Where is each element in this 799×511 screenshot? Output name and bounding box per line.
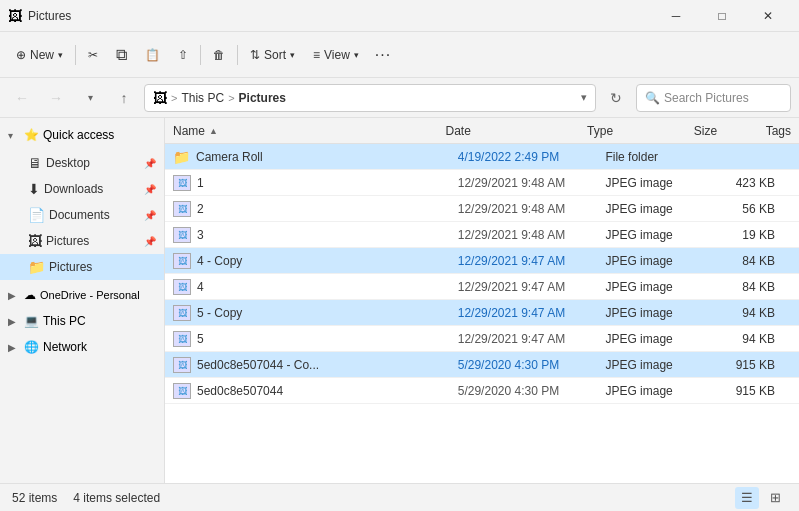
breadcrumb-expand-icon[interactable]: ▾	[581, 91, 587, 104]
network-icon: 🌐	[24, 340, 39, 354]
view-label: View	[324, 48, 350, 62]
file-name: 📁 Camera Roll	[165, 149, 450, 165]
file-list[interactable]: Name ▲ Date Type Size Tags 📁 Camera Roll…	[165, 118, 799, 483]
up-button[interactable]: ↑	[110, 84, 138, 112]
sidebar-item-downloads[interactable]: ⬇ Downloads 📌	[0, 176, 164, 202]
forward-button[interactable]: →	[42, 84, 70, 112]
image-icon: 🖼	[173, 357, 191, 373]
copy-icon: ⧉	[116, 46, 127, 64]
separator-1	[75, 45, 76, 65]
recent-locations-button[interactable]: ▾	[76, 84, 104, 112]
file-date: 12/29/2021 9:48 AM	[450, 176, 598, 190]
window-controls: ─ □ ✕	[653, 0, 791, 32]
sidebar-onedrive[interactable]: ▶ ☁ OneDrive - Personal	[0, 282, 164, 308]
sidebar-item-documents[interactable]: 📄 Documents 📌	[0, 202, 164, 228]
table-row[interactable]: 🖼 3 12/29/2021 9:48 AM JPEG image 19 KB	[165, 222, 799, 248]
sidebar-network[interactable]: ▶ 🌐 Network	[0, 334, 164, 360]
breadcrumb-this-pc[interactable]: This PC	[181, 91, 224, 105]
sidebar-documents-label: Documents	[49, 208, 140, 222]
this-pc-label: This PC	[43, 314, 86, 328]
file-type: JPEG image	[597, 358, 708, 372]
minimize-button[interactable]: ─	[653, 0, 699, 32]
name-sort-icon: ▲	[209, 126, 218, 136]
table-row[interactable]: 🖼 2 12/29/2021 9:48 AM JPEG image 56 KB	[165, 196, 799, 222]
back-button[interactable]: ←	[8, 84, 36, 112]
sidebar-pictures2-label: Pictures	[49, 260, 156, 274]
quick-access-expand-icon: ▾	[8, 130, 20, 141]
file-type: JPEG image	[597, 254, 708, 268]
table-row[interactable]: 🖼 5ed0c8e507044 - Co... 5/29/2020 4:30 P…	[165, 352, 799, 378]
share-button[interactable]: ⇧	[170, 38, 196, 72]
more-button[interactable]: ···	[369, 38, 397, 72]
network-expand-icon: ▶	[8, 342, 20, 353]
pin-icon-desktop: 📌	[144, 158, 156, 169]
breadcrumb-folder-icon: 🖼	[153, 90, 167, 106]
table-row[interactable]: 🖼 4 - Copy 12/29/2021 9:47 AM JPEG image…	[165, 248, 799, 274]
file-name: 🖼 4 - Copy	[165, 253, 450, 269]
share-icon: ⇧	[178, 48, 188, 62]
sidebar-item-desktop[interactable]: 🖥 Desktop 📌	[0, 150, 164, 176]
breadcrumb-bar[interactable]: 🖼 > This PC > Pictures ▾	[144, 84, 596, 112]
search-box[interactable]: 🔍 Search Pictures	[636, 84, 791, 112]
view-button[interactable]: ≡ View ▾	[305, 38, 367, 72]
window-title: Pictures	[28, 9, 653, 23]
breadcrumb-separator-2: >	[228, 92, 234, 104]
sort-icon: ⇅	[250, 48, 260, 62]
file-type: JPEG image	[597, 384, 708, 398]
cut-icon: ✂	[88, 48, 98, 62]
sidebar-item-pictures1[interactable]: 🖼 Pictures 📌	[0, 228, 164, 254]
paste-button[interactable]: 📋	[137, 38, 168, 72]
new-icon: ⊕	[16, 48, 26, 62]
file-name: 🖼 5ed0c8e507044	[165, 383, 450, 399]
table-row[interactable]: 🖼 5ed0c8e507044 5/29/2020 4:30 PM JPEG i…	[165, 378, 799, 404]
file-name-text: 5 - Copy	[197, 306, 242, 320]
close-button[interactable]: ✕	[745, 0, 791, 32]
refresh-button[interactable]: ↻	[602, 84, 630, 112]
sidebar-item-pictures2[interactable]: 📁 Pictures	[0, 254, 164, 280]
tiles-view-button[interactable]: ⊞	[763, 487, 787, 509]
paste-icon: 📋	[145, 48, 160, 62]
table-row[interactable]: 🖼 4 12/29/2021 9:47 AM JPEG image 84 KB	[165, 274, 799, 300]
new-label: New	[30, 48, 54, 62]
column-header-tags[interactable]: Tags	[758, 124, 799, 138]
file-name-text: 2	[197, 202, 204, 216]
image-icon: 🖼	[173, 305, 191, 321]
file-type: JPEG image	[597, 228, 708, 242]
file-type: JPEG image	[597, 332, 708, 346]
sort-button[interactable]: ⇅ Sort ▾	[242, 38, 303, 72]
column-header-size[interactable]: Size	[686, 124, 758, 138]
maximize-button[interactable]: □	[699, 0, 745, 32]
breadcrumb-current-folder[interactable]: Pictures	[239, 91, 286, 105]
table-row[interactable]: 🖼 1 12/29/2021 9:48 AM JPEG image 423 KB	[165, 170, 799, 196]
delete-button[interactable]: 🗑	[205, 38, 233, 72]
details-view-button[interactable]: ☰	[735, 487, 759, 509]
sort-dropdown-icon: ▾	[290, 50, 295, 60]
address-bar: ← → ▾ ↑ 🖼 > This PC > Pictures ▾ ↻ 🔍 Sea…	[0, 78, 799, 118]
cut-button[interactable]: ✂	[80, 38, 106, 72]
file-size: 84 KB	[708, 280, 783, 294]
table-row[interactable]: 📁 Camera Roll 4/19/2022 2:49 PM File fol…	[165, 144, 799, 170]
breadcrumb-separator-1: >	[171, 92, 177, 104]
column-header-name[interactable]: Name ▲	[165, 124, 437, 138]
status-bar: 52 items 4 items selected ☰ ⊞	[0, 483, 799, 511]
sidebar-quick-access[interactable]: ▾ ⭐ Quick access	[0, 122, 164, 148]
table-row[interactable]: 🖼 5 - Copy 12/29/2021 9:47 AM JPEG image…	[165, 300, 799, 326]
file-rows-container: 📁 Camera Roll 4/19/2022 2:49 PM File fol…	[165, 144, 799, 404]
table-row[interactable]: 🖼 5 12/29/2021 9:47 AM JPEG image 94 KB	[165, 326, 799, 352]
sidebar-this-pc[interactable]: ▶ 💻 This PC	[0, 308, 164, 334]
sidebar-pictures1-label: Pictures	[46, 234, 140, 248]
sort-label: Sort	[264, 48, 286, 62]
image-icon: 🖼	[173, 279, 191, 295]
column-header-date[interactable]: Date	[437, 124, 579, 138]
pictures2-icon: 📁	[28, 259, 45, 275]
file-size: 915 KB	[708, 358, 783, 372]
view-icon: ≡	[313, 48, 320, 62]
copy-button[interactable]: ⧉	[108, 38, 135, 72]
pin-icon-pictures1: 📌	[144, 236, 156, 247]
view-dropdown-icon: ▾	[354, 50, 359, 60]
column-header-type[interactable]: Type	[579, 124, 686, 138]
new-button[interactable]: ⊕ New ▾	[8, 38, 71, 72]
file-date: 12/29/2021 9:47 AM	[450, 306, 598, 320]
file-size: 94 KB	[708, 332, 783, 346]
delete-icon: 🗑	[213, 48, 225, 62]
